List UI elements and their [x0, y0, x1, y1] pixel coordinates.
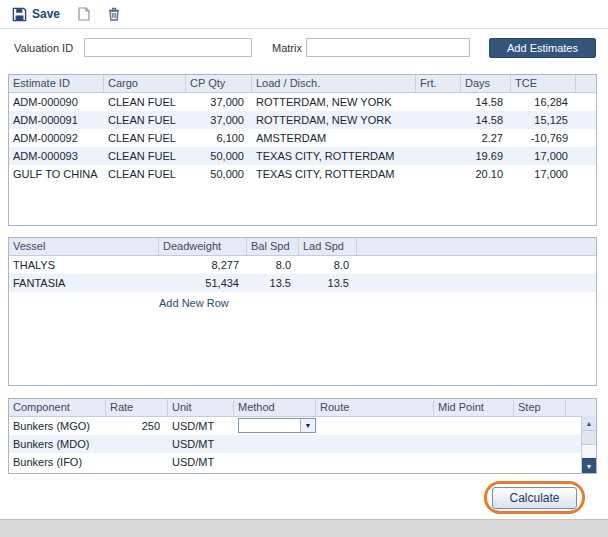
table-row[interactable]: ADM-000091 CLEAN FUEL 37,000 ROTTERDAM, … — [9, 111, 596, 129]
estimate-matrix-window: Save Valuation ID Matrix — [0, 0, 608, 537]
components-table: Component Rate Unit Method Route Mid Poi… — [8, 398, 597, 474]
matrix-input[interactable] — [306, 38, 470, 57]
table-row[interactable]: ADM-000092 CLEAN FUEL 6,100 AMSTERDAM 2.… — [9, 129, 596, 147]
components-scrollbar[interactable]: ▲ ▼ — [581, 416, 596, 473]
column-header-mid-point[interactable]: Mid Point — [434, 399, 514, 416]
column-header-deadweight[interactable]: Deadweight — [159, 238, 247, 255]
matrix-label: Matrix — [272, 42, 302, 54]
cell-tce: -10,769 — [511, 129, 576, 147]
valuation-id-input[interactable] — [84, 38, 252, 57]
delete-button[interactable] — [108, 7, 120, 21]
new-document-button[interactable] — [78, 7, 90, 21]
cell-unit: USD/MT — [168, 453, 234, 471]
cell-days: 20.10 — [461, 165, 511, 183]
cell-unit: USD/MT — [168, 417, 234, 435]
method-dropdown-value — [239, 419, 300, 432]
column-header-estimate-id[interactable]: Estimate ID — [9, 75, 104, 92]
valuation-id-label: Valuation ID — [14, 42, 73, 54]
column-header-tce[interactable]: TCE — [511, 75, 576, 92]
cell-cargo: CLEAN FUEL — [104, 165, 186, 183]
column-header-cp-qty[interactable]: CP Qty — [186, 75, 252, 92]
cell-mid-point — [434, 435, 514, 453]
cell-days: 14.58 — [461, 93, 511, 111]
column-header-bal-spd[interactable]: Bal Spd — [247, 238, 299, 255]
column-header-method[interactable]: Method — [234, 399, 316, 416]
cell-mid-point — [434, 453, 514, 471]
table-row[interactable]: GULF TO CHINA CLEAN FUEL 50,000 TEXAS CI… — [9, 165, 596, 183]
column-header-lad-spd[interactable]: Lad Spd — [299, 238, 357, 255]
cell-load-disch: AMSTERDAM — [252, 129, 416, 147]
cell-method: ▼ — [234, 417, 316, 435]
trash-icon — [108, 7, 120, 21]
scroll-up-button[interactable]: ▲ — [582, 416, 596, 431]
scrollbar-thumb[interactable] — [582, 431, 596, 445]
save-icon — [12, 7, 27, 22]
cell-step — [514, 453, 566, 471]
cell-component: Bunkers (MDO) — [9, 435, 106, 453]
column-header-filler — [357, 238, 596, 255]
cell-bal-spd: 13.5 — [247, 274, 299, 292]
table-row[interactable]: ADM-000090 CLEAN FUEL 37,000 ROTTERDAM, … — [9, 93, 596, 111]
cell-rate — [106, 453, 168, 471]
chevron-down-icon[interactable]: ▼ — [300, 419, 315, 432]
table-row[interactable]: Bunkers (MDO) USD/MT — [9, 435, 596, 453]
cell-tce: 15,125 — [511, 111, 576, 129]
cell-tce: 17,000 — [511, 147, 576, 165]
cell-frt — [416, 129, 461, 147]
cell-load-disch: ROTTERDAM, NEW YORK — [252, 111, 416, 129]
save-button-label: Save — [32, 7, 60, 21]
table-row[interactable]: THALYS 8,277 8.0 8.0 — [9, 256, 596, 274]
cell-cp-qty: 37,000 — [186, 93, 252, 111]
cell-estimate-id: ADM-000093 — [9, 147, 104, 165]
cell-frt — [416, 165, 461, 183]
cell-cargo: CLEAN FUEL — [104, 147, 186, 165]
cell-lad-spd: 8.0 — [299, 256, 357, 274]
cell-vessel: THALYS — [9, 256, 159, 274]
cell-route — [316, 453, 434, 471]
table-row[interactable]: ADM-000093 CLEAN FUEL 50,000 TEXAS CITY,… — [9, 147, 596, 165]
calculate-button[interactable]: Calculate — [492, 487, 577, 509]
column-header-rate[interactable]: Rate — [106, 399, 168, 416]
toolbar: Save — [0, 0, 608, 29]
estimates-table: Estimate ID Cargo CP Qty Load / Disch. F… — [8, 74, 597, 226]
cell-estimate-id: ADM-000092 — [9, 129, 104, 147]
cell-lad-spd: 13.5 — [299, 274, 357, 292]
vessels-table: Vessel Deadweight Bal Spd Lad Spd THALYS… — [8, 237, 597, 386]
cell-cargo: CLEAN FUEL — [104, 111, 186, 129]
cell-estimate-id: ADM-000090 — [9, 93, 104, 111]
cell-component: Bunkers (IFO) — [9, 453, 106, 471]
scroll-down-button[interactable]: ▼ — [582, 458, 596, 473]
cell-estimate-id: GULF TO CHINA — [9, 165, 104, 183]
header-form: Valuation ID Matrix Add Estimates — [0, 38, 608, 58]
column-header-component[interactable]: Component — [9, 399, 106, 416]
cell-cargo: CLEAN FUEL — [104, 93, 186, 111]
cell-component: Bunkers (MGO) — [9, 417, 106, 435]
cell-frt — [416, 147, 461, 165]
column-header-load-disch[interactable]: Load / Disch. — [252, 75, 416, 92]
cell-cargo: CLEAN FUEL — [104, 129, 186, 147]
column-header-step[interactable]: Step — [514, 399, 566, 416]
table-row[interactable]: FANTASIA 51,434 13.5 13.5 — [9, 274, 596, 292]
column-header-frt[interactable]: Frt. — [416, 75, 461, 92]
cell-cp-qty: 6,100 — [186, 129, 252, 147]
column-header-days[interactable]: Days — [461, 75, 511, 92]
column-header-vessel[interactable]: Vessel — [9, 238, 159, 255]
column-header-route[interactable]: Route — [316, 399, 434, 416]
table-row[interactable]: Bunkers (IFO) USD/MT — [9, 453, 596, 471]
method-dropdown[interactable]: ▼ — [238, 418, 316, 433]
document-icon — [78, 7, 90, 21]
scrollbar-track[interactable] — [582, 445, 596, 458]
cell-cp-qty: 37,000 — [186, 111, 252, 129]
add-estimates-button[interactable]: Add Estimates — [489, 38, 596, 58]
cell-vessel: FANTASIA — [9, 274, 159, 292]
save-button[interactable]: Save — [12, 7, 60, 22]
column-header-unit[interactable]: Unit — [168, 399, 234, 416]
estimates-table-header: Estimate ID Cargo CP Qty Load / Disch. F… — [9, 75, 596, 93]
cell-cp-qty: 50,000 — [186, 165, 252, 183]
cell-deadweight: 8,277 — [159, 256, 247, 274]
column-header-cargo[interactable]: Cargo — [104, 75, 186, 92]
table-row[interactable]: Bunkers (MGO) 250 USD/MT ▼ — [9, 417, 596, 435]
status-bar — [0, 519, 608, 537]
cell-deadweight: 51,434 — [159, 274, 247, 292]
add-new-row-link[interactable]: Add New Row — [159, 297, 229, 309]
